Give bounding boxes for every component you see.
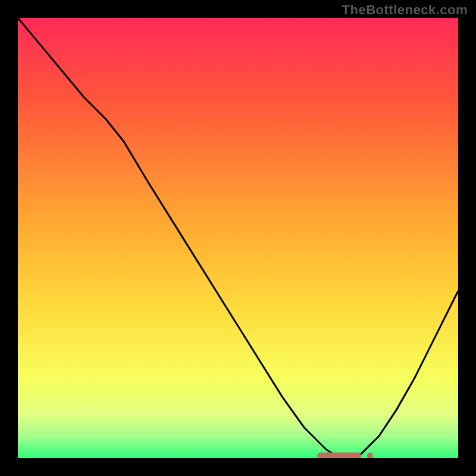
plot-area xyxy=(18,18,458,458)
chart-container: TheBottleneck.com xyxy=(0,0,476,476)
chart-svg xyxy=(18,18,458,458)
svg-rect-0 xyxy=(317,453,361,458)
gradient-background xyxy=(18,18,458,458)
watermark-text: TheBottleneck.com xyxy=(342,2,468,18)
